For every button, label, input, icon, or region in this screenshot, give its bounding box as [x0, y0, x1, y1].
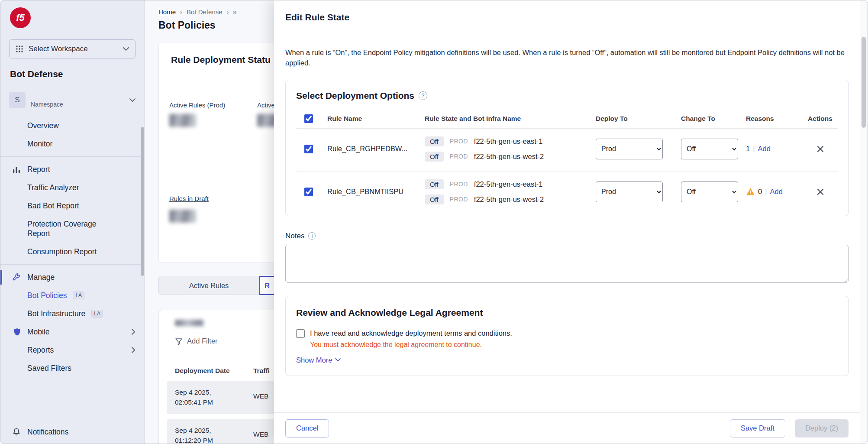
active-rules-prod-label: Active Rules (Prod) [169, 101, 225, 109]
divider [0, 264, 144, 265]
deploy-button[interactable]: Deploy (2) [795, 419, 849, 438]
deploy-to-select[interactable]: Prod [596, 181, 663, 202]
add-reason-link[interactable]: Add [770, 188, 782, 196]
breadcrumb-home[interactable]: Home [158, 8, 176, 16]
add-filter-button[interactable]: Add Filter [175, 337, 218, 345]
sidebar-item-overview[interactable]: Overview [0, 117, 144, 135]
actions-header: Actions [808, 115, 833, 123]
namespace-avatar: S [9, 92, 26, 108]
namespace-label: Namespace [31, 101, 63, 110]
breadcrumb-separator: › [180, 8, 182, 16]
legal-title: Review and Acknowledge Legal Agreement [296, 308, 838, 318]
help-icon[interactable] [419, 91, 427, 100]
legal-checkbox-row: I have read and acknowledge deployment t… [296, 329, 838, 338]
sidebar-item-notifications[interactable]: Notifications [0, 423, 144, 441]
sidebar-item-mobile[interactable]: Mobile [0, 323, 144, 341]
tab-active-rules[interactable]: Active Rules [158, 276, 259, 295]
cancel-button[interactable]: Cancel [285, 419, 329, 438]
wrench-icon [12, 273, 21, 282]
env-label: PROD [450, 181, 468, 188]
notes-textarea[interactable] [285, 245, 849, 283]
sidebar-item-label: Saved Filters [27, 363, 71, 373]
change-to-select[interactable]: Off [681, 139, 738, 159]
sidebar-item-consumption-report[interactable]: Consumption Report [0, 243, 144, 261]
workspace-selector[interactable]: Select Workspace [9, 39, 136, 58]
rule-state-badge: Off [425, 179, 444, 189]
add-filter-label: Add Filter [187, 337, 218, 345]
chevron-right-icon [132, 329, 136, 335]
remove-rule-icon[interactable] [814, 186, 826, 198]
sidebar-item-reports[interactable]: Reports [0, 341, 144, 359]
infra-name: f22-5th-gen-us-east-1 [474, 137, 543, 146]
select-all-checkbox[interactable] [304, 114, 313, 123]
sidebar-item-monitor[interactable]: Monitor [0, 135, 144, 153]
info-icon[interactable] [308, 232, 316, 240]
breadcrumb-bot-defense[interactable]: Bot Defense [187, 8, 223, 16]
change-to-select[interactable]: Off [681, 181, 738, 202]
sidebar-section-manage[interactable]: Manage [0, 268, 144, 286]
show-more-link[interactable]: Show More [296, 356, 341, 364]
breadcrumb-separator: › [227, 8, 229, 16]
bar-chart-icon [12, 165, 21, 174]
sidebar-section-report[interactable]: Report [0, 160, 144, 178]
legal-error-text: You must acknowledge the legal agreement… [310, 341, 838, 349]
sidebar-nav: Overview Monitor Report Traffic Analyzer… [0, 117, 144, 377]
remove-rule-icon[interactable] [814, 143, 826, 155]
infra-name: f22-5th-gen-us-west-2 [474, 195, 544, 204]
workspace-label: Select Workspace [29, 45, 88, 53]
rule-name: Rule_CB_RGHPEDBW... [321, 145, 419, 153]
sidebar-section-label: Report [27, 165, 50, 174]
chevron-right-icon [132, 347, 136, 353]
deploy-to-select[interactable]: Prod [596, 139, 663, 159]
sidebar-item-protection-coverage-report[interactable]: Protection Coverage Report [0, 215, 144, 243]
sidebar-scrollbar-thumb[interactable] [141, 127, 144, 276]
sidebar-item-label: Consumption Report [27, 247, 97, 256]
f5-logo-text: f5 [16, 12, 25, 23]
grid-icon [16, 45, 23, 53]
rule-state-badge: Off [425, 194, 444, 204]
divider [0, 419, 144, 419]
reasons-header: Reasons [740, 115, 803, 123]
reasons-count: 0 [758, 188, 762, 196]
rule-state-badge: Off [425, 152, 444, 162]
deployment-rule-row: Rule_CB_RGHPEDBW... Off PROD f22-5th-gen… [296, 129, 838, 172]
sidebar-item-bot-policies[interactable]: Bot Policies LA [0, 286, 144, 305]
change-to-header: Change To [675, 115, 740, 123]
deployment-date-cell: Sep 4 2025, 01:12:20 PM [175, 425, 213, 444]
sidebar-item-label: Reports [27, 345, 54, 355]
rule-checkbox[interactable] [304, 188, 313, 196]
drawer-footer: Cancel Save Draft Deploy (2) [274, 412, 860, 444]
traffic-cell: WEB [253, 392, 268, 400]
reasons-count: 1 [746, 145, 750, 153]
save-draft-button[interactable]: Save Draft [730, 419, 785, 438]
breadcrumb: Home › Bot Defense › s [158, 8, 236, 16]
sidebar-item-traffic-analyzer[interactable]: Traffic Analyzer [0, 178, 144, 197]
sidebar-item-bot-infrastructure[interactable]: Bot Infrastructure LA [0, 305, 144, 323]
rule-name-header: Rule Name [321, 115, 419, 123]
legal-checkbox[interactable] [296, 329, 305, 338]
select-deployment-options-card: Select Deployment Options Rule Name Rule… [285, 80, 849, 216]
bell-icon [12, 428, 21, 436]
rules-in-draft-value-redacted [169, 210, 196, 223]
drawer-body: When a rule is “On”, the Endpoint Policy… [274, 35, 860, 412]
sidebar-bottom: Notifications [0, 415, 144, 441]
env-label: PROD [450, 196, 468, 203]
sidebar-item-label: Protection Coverage Report [27, 219, 110, 238]
rules-in-draft-link[interactable]: Rules in Draft [169, 195, 209, 202]
add-reason-link[interactable]: Add [758, 145, 770, 153]
env-label: PROD [450, 153, 468, 160]
drawer-scrollbar-track [860, 0, 868, 444]
sidebar-item-label: Traffic Analyzer [27, 183, 79, 192]
reasons-cell: 1 | Add [740, 145, 803, 153]
deployment-rule-row: Rule_CB_PBNMTIISPU Off PROD f22-5th-gen-… [296, 172, 838, 214]
namespace-selector[interactable]: S Namespace [9, 91, 136, 110]
sidebar-item-label: Bad Bot Report [27, 201, 79, 211]
sidebar-item-bad-bot-report[interactable]: Bad Bot Report [0, 197, 144, 215]
f5-logo[interactable]: f5 [10, 7, 31, 28]
product-title: Bot Defense [10, 69, 63, 79]
drawer-scrollbar-thumb[interactable] [862, 37, 866, 128]
rule-checkbox[interactable] [304, 145, 313, 153]
active-rules-prod-value-redacted [169, 114, 196, 127]
chevron-down-icon [123, 47, 129, 51]
sidebar-item-saved-filters[interactable]: Saved Filters [0, 359, 144, 377]
